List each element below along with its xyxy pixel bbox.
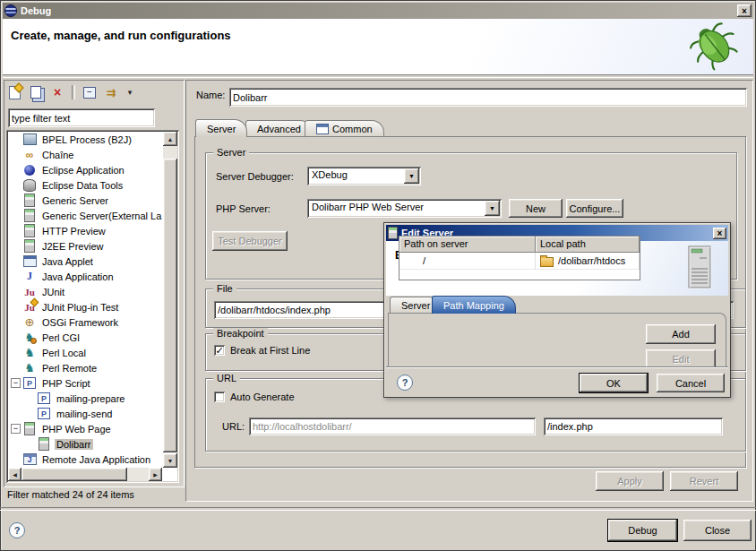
php-script-icon: P bbox=[23, 377, 36, 389]
scroll-thumb[interactable] bbox=[163, 159, 177, 452]
close-button[interactable]: Close bbox=[683, 520, 752, 541]
duplicate-configuration-button[interactable] bbox=[29, 85, 43, 99]
new-configuration-button[interactable] bbox=[7, 85, 21, 99]
name-input[interactable] bbox=[229, 88, 747, 107]
url-base-input bbox=[249, 418, 536, 435]
java-applet-icon bbox=[22, 255, 37, 268]
tree-item-dolibarr[interactable]: Dolibarr bbox=[8, 436, 162, 452]
tree-item-remote-java-application[interactable]: JRemote Java Application bbox=[8, 452, 162, 467]
filter-input[interactable] bbox=[8, 108, 155, 127]
tab-server[interactable]: Server bbox=[195, 119, 247, 137]
window-titlebar[interactable]: Debug × bbox=[3, 3, 753, 19]
junit-plugin-icon: Ju bbox=[22, 301, 37, 314]
tree-item-junit-plug-in-test[interactable]: JuJUnit Plug-in Test bbox=[8, 299, 162, 314]
junit-plugin-icon: Ju bbox=[24, 302, 35, 313]
collapse-all-button[interactable]: − bbox=[82, 85, 97, 99]
ok-button[interactable]: OK bbox=[580, 374, 648, 392]
tree-item-eclipse-application[interactable]: Eclipse Application bbox=[8, 162, 162, 177]
dialog-help-button[interactable]: ? bbox=[397, 375, 413, 391]
new-server-button[interactable]: New bbox=[509, 199, 563, 218]
perl-local-icon: ♞ bbox=[24, 346, 35, 359]
auto-generate-checkbox[interactable] bbox=[214, 392, 225, 402]
tree-indent bbox=[11, 180, 21, 190]
tab-label: Path Mapping bbox=[443, 300, 504, 311]
osgi-framework-icon: ⊕ bbox=[25, 315, 35, 329]
tab-common[interactable]: Common bbox=[305, 120, 384, 137]
tree-indent bbox=[11, 348, 21, 357]
php-server-combo[interactable]: Dolibarr PHP Web Server ▼ bbox=[307, 199, 502, 218]
scroll-left-button[interactable]: ◀ bbox=[8, 468, 21, 481]
php-web-page-icon bbox=[37, 438, 51, 451]
column-local-path[interactable]: Local path bbox=[536, 237, 640, 253]
combo-arrow-icon[interactable]: ▼ bbox=[404, 168, 419, 184]
apply-button[interactable]: Apply bbox=[596, 471, 664, 491]
tree-item-osgi-framework[interactable]: ⊕OSGi Framework bbox=[8, 314, 162, 330]
tree-item-j2ee-preview[interactable]: J2EE Preview bbox=[8, 238, 162, 254]
tree-item-perl-cgi[interactable]: ♞Perl CGI bbox=[8, 330, 162, 345]
server-icon bbox=[24, 194, 35, 207]
tree-item-php-web-page[interactable]: −PHP Web Page bbox=[8, 421, 162, 436]
delete-configuration-button[interactable]: × bbox=[50, 85, 64, 99]
combo-arrow-icon[interactable]: ▼ bbox=[485, 201, 500, 216]
help-button[interactable]: ? bbox=[9, 522, 25, 538]
tree-expander-icon[interactable]: − bbox=[11, 378, 21, 388]
tree-vertical-scrollbar[interactable]: ▲ ▼ bbox=[163, 132, 177, 468]
tree-item-generic-server[interactable]: Generic Server bbox=[8, 193, 162, 208]
scroll-right-button[interactable]: ▶ bbox=[149, 468, 162, 481]
break-first-line-checkbox[interactable]: ✓ bbox=[214, 345, 225, 356]
tree-item-label: BPEL Process (B2J) bbox=[40, 134, 133, 145]
tree-item-php-script[interactable]: −PPHP Script bbox=[8, 375, 162, 391]
add-mapping-button[interactable]: Add bbox=[646, 324, 716, 344]
tree-indent bbox=[11, 195, 21, 205]
tree-horizontal-scrollbar[interactable]: ◀ ▶ bbox=[8, 468, 162, 481]
tree-indent bbox=[11, 241, 21, 251]
tree-item-http-preview[interactable]: HTTP Preview bbox=[8, 223, 162, 238]
debug-button[interactable]: Debug bbox=[608, 520, 677, 541]
scroll-track[interactable] bbox=[163, 146, 177, 159]
tree-indent bbox=[11, 226, 21, 236]
dialog-close-button[interactable]: × bbox=[713, 228, 726, 239]
window-close-button[interactable]: × bbox=[737, 4, 752, 17]
php-web-page-icon bbox=[39, 437, 49, 451]
filter-button[interactable]: ⇉ bbox=[104, 85, 118, 99]
tree-item-eclipse-data-tools[interactable]: Eclipse Data Tools bbox=[8, 177, 162, 193]
dialog-button-bar: ? OK Cancel bbox=[386, 366, 728, 396]
tree-item-junit[interactable]: JuJUnit bbox=[8, 284, 162, 299]
tree-item-mailing-prepare[interactable]: Pmailing-prepare bbox=[8, 391, 162, 406]
server-group-label: Server bbox=[213, 147, 249, 158]
tree-item-perl-remote[interactable]: ♞Perl Remote bbox=[8, 360, 162, 375]
scroll-down-button[interactable]: ▼ bbox=[163, 453, 177, 468]
tree-item-generic-server-external-la[interactable]: Generic Server(External La bbox=[8, 208, 162, 223]
delete-icon: × bbox=[54, 85, 61, 99]
scroll-up-button[interactable]: ▲ bbox=[163, 132, 177, 146]
new-document-icon bbox=[9, 86, 21, 99]
tree-indent bbox=[11, 363, 21, 373]
test-debugger-button[interactable]: Test Debugger bbox=[212, 231, 288, 251]
eclipse-sphere-icon bbox=[22, 164, 37, 176]
tree-item-java-application[interactable]: JJava Application bbox=[8, 269, 162, 284]
cancel-button[interactable]: Cancel bbox=[657, 374, 725, 392]
php-script-icon: P bbox=[37, 392, 51, 405]
tree-item-java-applet[interactable]: Java Applet bbox=[8, 254, 162, 269]
column-path-on-server[interactable]: Path on server bbox=[399, 237, 536, 253]
filter-menu-button[interactable]: ▾ bbox=[125, 85, 134, 99]
tree-item-cha-ne[interactable]: ∞Chaîne bbox=[8, 147, 162, 162]
server-debugger-combo[interactable]: XDebug ▼ bbox=[307, 167, 421, 185]
tree-item-label: Perl Remote bbox=[40, 363, 99, 374]
tab-advanced[interactable]: Advanced bbox=[245, 120, 313, 137]
duplicate-icon bbox=[30, 86, 41, 99]
url-path-input[interactable] bbox=[544, 418, 723, 435]
scroll-track[interactable] bbox=[127, 468, 149, 481]
dialog-tab-path-mapping[interactable]: Path Mapping bbox=[432, 296, 516, 314]
folder-icon bbox=[540, 257, 554, 267]
tree-expander-icon[interactable]: − bbox=[11, 424, 21, 434]
table-row[interactable]: / /dolibarr/htdocs bbox=[399, 253, 640, 269]
eclipse-sphere-icon bbox=[24, 165, 35, 176]
php-script-icon: P bbox=[22, 377, 37, 390]
scroll-thumb[interactable] bbox=[21, 468, 127, 481]
tree-item-bpel-process-b2j[interactable]: BPEL Process (B2J) bbox=[8, 132, 162, 147]
tree-item-mailing-send[interactable]: Pmailing-send bbox=[8, 406, 162, 421]
configure-server-button[interactable]: Configure... bbox=[566, 199, 623, 218]
revert-button[interactable]: Revert bbox=[670, 471, 738, 491]
tree-item-perl-local[interactable]: ♞Perl Local bbox=[8, 345, 162, 360]
